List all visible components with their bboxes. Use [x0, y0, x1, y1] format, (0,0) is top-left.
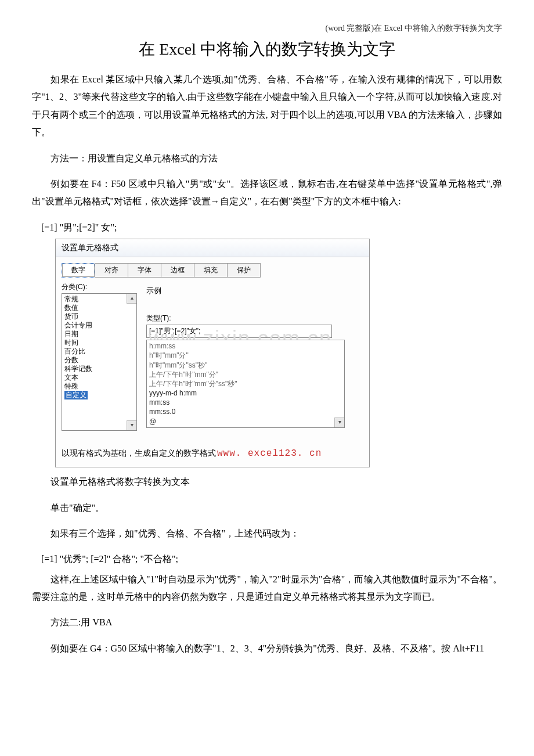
category-item[interactable]: 日期 — [64, 330, 136, 339]
dialog-description: 以现有格式为基础，生成自定义的数字格式www. excel123. cn — [56, 431, 369, 461]
format-item[interactable]: mm:ss.0 — [149, 407, 342, 416]
page-header: (word 完整版)在 Excel 中将输入的数字转换为文字 — [32, 23, 502, 34]
category-item-selected[interactable]: 自定义 — [64, 391, 88, 399]
code-snippet-2: [=1] "优秀"; [=2]" 合格"; "不合格"; — [32, 550, 502, 568]
document-page: (word 完整版)在 Excel 中将输入的数字转换为文字 在 Excel 中… — [0, 0, 534, 689]
paragraph-6: 如果有三个选择，如"优秀、合格、不合格"，上述代码改为： — [32, 525, 502, 542]
category-item[interactable]: 百分比 — [64, 347, 136, 356]
format-cells-dialog: www.zixin.com.cn 设置单元格格式 数字 对齐 字体 边框 填充 … — [55, 239, 370, 467]
tab-fill[interactable]: 填充 — [194, 263, 228, 278]
category-item[interactable]: 文本 — [64, 373, 136, 382]
tab-number[interactable]: 数字 — [62, 263, 95, 278]
dialog-tabs: 数字 对齐 字体 边框 填充 保护 — [56, 257, 369, 278]
paragraph-9: 例如要在 G4：G50 区域中将输入的数字"1、2、3、4"分别转换为"优秀、良… — [32, 640, 502, 657]
paragraph-3: 例如要在 F4：F50 区域中只输入"男"或"女"。选择该区域，鼠标右击,在右键… — [32, 175, 502, 211]
category-label: 分类(C): — [62, 282, 137, 292]
page-title: 在 Excel 中将输入的数字转换为文字 — [32, 38, 502, 60]
dialog-body: 分类(C): ▴ 常规 数值 货币 会计专用 日期 时间 百分比 分数 科学记数… — [56, 278, 369, 431]
paragraph-7: 这样,在上述区域中输入"1"时自动显示为"优秀"，输入"2"时显示为"合格"，而… — [32, 571, 502, 606]
tab-font[interactable]: 字体 — [128, 263, 161, 278]
category-item[interactable]: 货币 — [64, 312, 136, 321]
paragraph-1: 如果在 Excel 某区域中只输入某几个选项,如"优秀、合格、不合格"等，在输入… — [32, 71, 502, 142]
tab-border[interactable]: 边框 — [161, 263, 194, 278]
paragraph-method-1: 方法一：用设置自定义单元格格式的方法 — [32, 150, 502, 167]
format-list[interactable]: h:mm:ss h"时"mm"分" h"时"mm"分"ss"秒" 上午/下午h"… — [146, 340, 345, 428]
dialog-title: 设置单元格格式 — [56, 239, 369, 257]
code-snippet-1: [=1] "男";[=2]" 女"; — [32, 219, 502, 236]
category-item[interactable]: 特殊 — [64, 382, 136, 391]
tab-align[interactable]: 对齐 — [95, 263, 128, 278]
category-item[interactable]: 数值 — [64, 304, 136, 312]
sample-label: 示例 — [146, 286, 363, 296]
format-item[interactable]: h:mm:ss — [149, 341, 342, 351]
scroll-up-icon[interactable]: ▴ — [127, 294, 136, 304]
format-item[interactable]: [h]:mm:ss — [149, 426, 342, 428]
category-item[interactable]: 科学记数 — [64, 365, 136, 373]
format-item[interactable]: 上午/下午h"时"mm"分" — [149, 370, 342, 379]
format-item[interactable]: 上午/下午h"时"mm"分"ss"秒" — [149, 379, 342, 388]
paragraph-4: 设置单元格格式将数字转换为文本 — [32, 473, 502, 491]
watermark-url: www. excel123. cn — [217, 448, 322, 459]
tab-protect[interactable]: 保护 — [227, 263, 261, 278]
paragraph-5: 单击"确定"。 — [32, 499, 502, 517]
scroll-down-icon[interactable]: ▾ — [127, 420, 136, 430]
category-item[interactable]: 常规 — [64, 295, 136, 304]
format-item[interactable]: h"时"mm"分" — [149, 351, 342, 360]
format-item[interactable]: mm:ss — [149, 398, 342, 407]
category-item[interactable]: 分数 — [64, 356, 136, 365]
category-item[interactable]: 时间 — [64, 339, 136, 347]
format-item[interactable]: @ — [149, 417, 342, 426]
scroll-down-icon[interactable]: ▾ — [334, 417, 344, 427]
format-item[interactable]: yyyy-m-d h:mm — [149, 388, 342, 398]
category-panel: 分类(C): ▴ 常规 数值 货币 会计专用 日期 时间 百分比 分数 科学记数… — [62, 282, 137, 431]
paragraph-method-2: 方法二:用 VBA — [32, 614, 502, 631]
type-input[interactable]: [=1]"男";[=2]"女"; — [146, 325, 332, 338]
category-list[interactable]: ▴ 常规 数值 货币 会计专用 日期 时间 百分比 分数 科学记数 文本 特殊 … — [62, 293, 137, 431]
type-label: 类型(T): — [146, 314, 363, 323]
category-item[interactable]: 会计专用 — [64, 321, 136, 330]
format-item[interactable]: h"时"mm"分"ss"秒" — [149, 361, 342, 370]
type-panel: 示例 类型(T): [=1]"男";[=2]"女"; h:mm:ss h"时"m… — [146, 282, 363, 431]
